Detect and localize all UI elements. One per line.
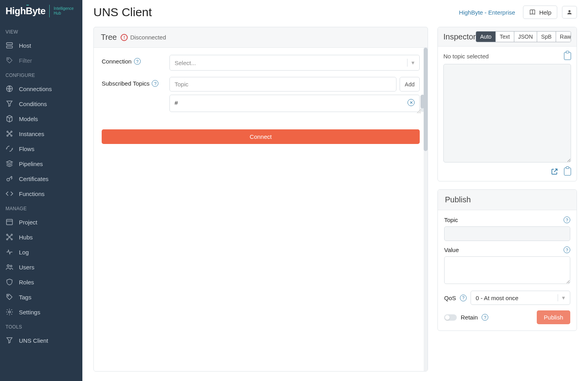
- publish-header: Publish: [438, 190, 577, 210]
- nav-label: Project: [19, 219, 37, 226]
- qos-label: QoS: [444, 295, 456, 301]
- svg-point-19: [9, 311, 11, 313]
- nav-label: Roles: [19, 279, 34, 286]
- svg-point-18: [7, 295, 9, 296]
- retain-label: Retain: [461, 314, 478, 321]
- nav-label: Certificates: [19, 176, 48, 182]
- svg-point-20: [568, 10, 570, 12]
- inspector-panel: Inspector Auto Text JSON SpB Raw No topi…: [437, 27, 577, 181]
- nav-roles[interactable]: Roles: [0, 275, 82, 289]
- tab-spb[interactable]: SpB: [537, 32, 556, 42]
- help-icon[interactable]: ?: [152, 80, 158, 87]
- nav-flows[interactable]: Flows: [0, 141, 82, 156]
- topbar: UNS Client HighByte - Enterprise Help: [82, 0, 588, 23]
- enterprise-link[interactable]: HighByte - Enterprise: [459, 9, 515, 16]
- nav-settings[interactable]: Settings: [0, 304, 82, 319]
- help-icon[interactable]: ?: [460, 295, 467, 301]
- chevron-down-icon: ▾: [562, 294, 565, 301]
- tab-json[interactable]: JSON: [514, 32, 537, 42]
- nav-label: UNS Client: [19, 337, 48, 344]
- nav-host[interactable]: Host: [0, 38, 82, 53]
- remove-topic-icon[interactable]: ✕: [408, 99, 415, 106]
- hubs-icon: [6, 233, 13, 241]
- nav-uns-client[interactable]: UNS Client: [0, 333, 82, 348]
- svg-point-15: [9, 236, 10, 237]
- tree-header: Tree ! Disconnected: [94, 27, 428, 48]
- nav-tags[interactable]: Tags: [0, 289, 82, 304]
- clipboard-icon[interactable]: [564, 168, 571, 176]
- svg-point-12: [11, 234, 12, 235]
- add-topic-button[interactable]: Add: [400, 77, 420, 92]
- nav-label: Functions: [19, 190, 45, 197]
- connection-select[interactable]: Select... ▾: [169, 55, 420, 71]
- qos-value: 0 - At most once: [476, 295, 518, 301]
- nav-conditions[interactable]: Conditions: [0, 96, 82, 111]
- publish-topic-label: Topic: [444, 217, 458, 223]
- body-scroll-thumb[interactable]: [424, 48, 428, 151]
- publish-button[interactable]: Publish: [537, 310, 570, 324]
- layers-icon: [6, 160, 13, 168]
- clipboard-icon[interactable]: [564, 52, 571, 60]
- nav-models[interactable]: Models: [0, 111, 82, 126]
- nav-certificates[interactable]: Certificates: [0, 171, 82, 186]
- connect-button[interactable]: Connect: [102, 129, 420, 144]
- section-tools: TOOLS: [0, 319, 82, 333]
- host-icon: [6, 41, 13, 49]
- help-button[interactable]: Help: [523, 6, 557, 19]
- nav-label: Users: [19, 264, 34, 271]
- tag-icon: [6, 293, 13, 301]
- tab-auto[interactable]: Auto: [476, 32, 496, 42]
- nav-pipelines[interactable]: Pipelines: [0, 156, 82, 171]
- sidebar: HighByte IntelligenceHub VIEW Host Filte…: [0, 0, 82, 381]
- svg-point-8: [9, 133, 10, 134]
- svg-point-9: [7, 178, 9, 181]
- svg-rect-1: [7, 46, 13, 48]
- qos-select[interactable]: 0 - At most once ▾: [471, 291, 570, 305]
- funnel-icon: [6, 100, 13, 108]
- help-label: Help: [539, 9, 551, 16]
- tree-title: Tree: [101, 33, 117, 42]
- project-icon: [6, 218, 13, 226]
- nav-log[interactable]: Log: [0, 245, 82, 260]
- retain-toggle[interactable]: [444, 314, 457, 321]
- nav-filter[interactable]: Filter: [0, 53, 82, 68]
- nav-label: Filter: [19, 57, 32, 64]
- book-icon: [529, 9, 536, 16]
- user-icon: [566, 9, 573, 15]
- nav-hubs[interactable]: Hubs: [0, 230, 82, 245]
- nav-connections[interactable]: Connections: [0, 81, 82, 96]
- publish-topic-input[interactable]: [444, 226, 570, 241]
- nav-users[interactable]: Users: [0, 260, 82, 275]
- topic-text: #: [175, 99, 178, 106]
- help-icon[interactable]: ?: [564, 217, 570, 223]
- topics-list: # ✕: [169, 95, 420, 112]
- status-text: Disconnected: [130, 34, 166, 41]
- tab-raw[interactable]: Raw: [556, 32, 571, 42]
- publish-value-input[interactable]: [444, 256, 570, 284]
- nav-label: Pipelines: [19, 161, 43, 167]
- help-icon[interactable]: ?: [134, 58, 141, 65]
- svg-point-17: [10, 265, 12, 267]
- nav-project[interactable]: Project: [0, 215, 82, 230]
- nav-label: Log: [19, 249, 29, 256]
- tree-body: Connection ? Select... ▾: [94, 48, 428, 371]
- user-button[interactable]: [562, 6, 577, 19]
- svg-point-14: [11, 239, 12, 240]
- brand-sub: IntelligenceHub: [54, 6, 74, 16]
- users-icon: [6, 263, 13, 271]
- resize-handle[interactable]: [417, 109, 421, 114]
- external-link-icon[interactable]: [551, 168, 558, 176]
- help-icon[interactable]: ?: [482, 314, 488, 321]
- nav-functions[interactable]: Functions: [0, 186, 82, 201]
- svg-point-4: [7, 131, 8, 132]
- instances-icon: [6, 130, 13, 138]
- svg-rect-10: [7, 219, 13, 224]
- nav-label: Flows: [19, 146, 34, 152]
- nav-instances[interactable]: Instances: [0, 126, 82, 141]
- help-icon[interactable]: ?: [564, 247, 570, 253]
- topic-input[interactable]: [169, 77, 396, 92]
- log-icon: [6, 248, 13, 256]
- tab-text[interactable]: Text: [496, 32, 514, 42]
- inspector-content[interactable]: [443, 64, 571, 162]
- connection-label: Connection ?: [102, 55, 165, 65]
